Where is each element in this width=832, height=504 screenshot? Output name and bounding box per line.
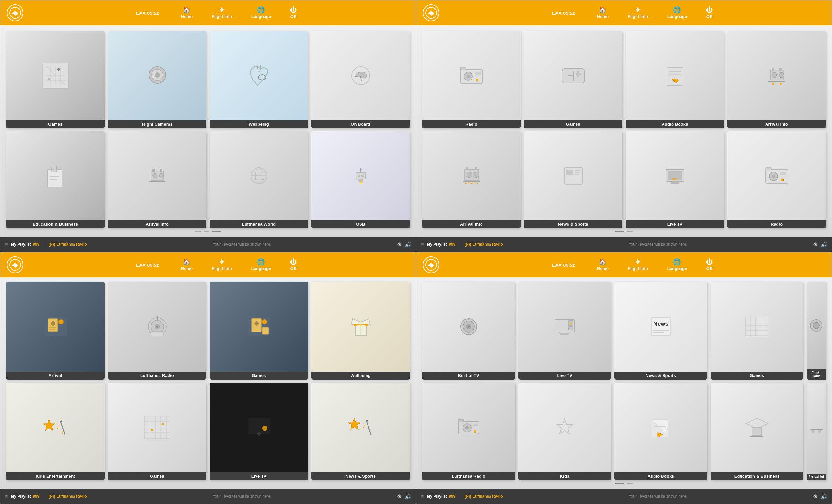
nav-flight-q4[interactable]: ✈ Flight Info bbox=[628, 259, 648, 271]
volume-icon-q3[interactable]: 🔊 bbox=[405, 494, 411, 500]
nav-off-q1[interactable]: ⏻ Off bbox=[290, 7, 296, 19]
nav-language-q1[interactable]: 🌐 Language bbox=[251, 7, 271, 19]
logo-q1[interactable] bbox=[7, 4, 23, 21]
nav-flight-label-q3: Flight Info bbox=[212, 266, 232, 271]
tile-lufthansa-world-q1[interactable]: Lufthansa World bbox=[210, 132, 308, 229]
controls-q1: ☀ 🔊 bbox=[397, 242, 411, 248]
nav-language-q2[interactable]: 🌐 Language bbox=[667, 7, 687, 19]
nav-off-q3[interactable]: ⏻ Off bbox=[290, 259, 296, 271]
tile-arrival-q3[interactable]: Arrival bbox=[6, 282, 105, 380]
playlist-q1[interactable]: My Playlist 999 bbox=[11, 242, 39, 247]
tile-arrival-q2[interactable]: Arrival Info bbox=[727, 31, 826, 128]
tile-radio2-q2[interactable]: Radio bbox=[727, 132, 826, 229]
dot-1-q2[interactable] bbox=[615, 231, 624, 232]
radio-q3[interactable]: ((•)) Lufthansa Radio bbox=[49, 494, 87, 499]
tile-edu-business-q1[interactable]: Education & Business bbox=[6, 132, 105, 229]
nav-home-q3[interactable]: 🏠 Home bbox=[181, 259, 192, 271]
tile-games2-q3[interactable]: Games bbox=[108, 383, 206, 481]
tile-news-q4[interactable]: News News & Sports bbox=[614, 282, 707, 380]
tile-livetv-q3[interactable]: Live TV bbox=[210, 383, 308, 481]
tile-arrival-partial-q4[interactable]: Arrival Inf bbox=[807, 383, 826, 481]
tile-image-flight-cameras-q1 bbox=[108, 31, 206, 120]
svg-rect-112 bbox=[262, 327, 269, 334]
dot-1-q1[interactable] bbox=[195, 231, 201, 232]
volume-icon-q2[interactable]: 🔊 bbox=[821, 242, 827, 248]
tile-games-q2[interactable]: Games bbox=[524, 31, 622, 128]
nav-home-q2[interactable]: 🏠 Home bbox=[597, 7, 608, 19]
tile-lh-radio-q4[interactable]: Lufthansa Radio bbox=[422, 383, 515, 481]
tile-label-onboard-q1: On Board bbox=[311, 120, 410, 128]
nav-home-q1[interactable]: 🏠 Home bbox=[181, 7, 192, 19]
brightness-icon-q3[interactable]: ☀ bbox=[397, 494, 401, 500]
tile-news-sports-q2[interactable]: News & Sports bbox=[524, 132, 622, 229]
nav-flight-q3[interactable]: ✈ Flight Info bbox=[212, 259, 232, 271]
nav-flight-q1[interactable]: ✈ Flight Info bbox=[212, 7, 232, 19]
tile-flight-cameras-q1[interactable]: Flight Cameras bbox=[108, 31, 206, 128]
playlist-q3[interactable]: My Playlist 999 bbox=[11, 494, 39, 499]
logo-q3[interactable] bbox=[7, 256, 23, 273]
nav-language-q4[interactable]: 🌐 Language bbox=[667, 259, 687, 271]
pagination-q2 bbox=[422, 228, 826, 234]
svg-point-10 bbox=[57, 68, 60, 71]
playlist-icon-q4: ≡ bbox=[421, 494, 424, 499]
dot-2-q4[interactable] bbox=[627, 483, 633, 484]
dot-3-q1[interactable] bbox=[212, 231, 221, 232]
logo-q4[interactable] bbox=[423, 256, 439, 273]
tile-image-usb-q1: ⚡ bbox=[311, 132, 410, 221]
tile-image-arrival-q1 bbox=[108, 132, 206, 221]
quadrant-2: LAX 09:22 🏠 Home ✈ Flight Info 🌐 Languag… bbox=[416, 0, 832, 252]
radio-q2[interactable]: ((•)) Lufthansa Radio bbox=[465, 242, 503, 247]
playlist-q4[interactable]: My Playlist 999 bbox=[427, 494, 455, 499]
svg-marker-135 bbox=[348, 418, 361, 430]
header-q1: LAX 09:22 🏠 Home ✈ Flight Info 🌐 Languag… bbox=[0, 0, 416, 25]
nav-language-q3[interactable]: 🌐 Language bbox=[251, 259, 271, 271]
dot-2-q2[interactable] bbox=[627, 231, 633, 232]
nav-flight-q2[interactable]: ✈ Flight Info bbox=[628, 7, 648, 19]
tile-audio-books-q4[interactable]: Audio Books bbox=[614, 383, 707, 481]
tile-flight-cam-partial-q4[interactable]: Flight Came bbox=[807, 282, 826, 380]
tile-games-q3[interactable]: Games bbox=[210, 282, 308, 380]
dot-2-q1[interactable] bbox=[204, 231, 209, 232]
nav-off-q4[interactable]: ⏻ Off bbox=[706, 259, 712, 271]
brightness-icon-q1[interactable]: ☀ bbox=[397, 242, 401, 248]
tile-image-edu-q1 bbox=[6, 132, 105, 221]
tile-label-partial-q4: Flight Came bbox=[807, 369, 826, 380]
tile-kids-q4[interactable]: ♪ Kids bbox=[518, 383, 612, 481]
tile-image-edu-q4 bbox=[711, 383, 804, 473]
brightness-icon-q4[interactable]: ☀ bbox=[813, 494, 817, 500]
tile-livetv-q2[interactable]: Live TV bbox=[626, 132, 724, 229]
radio-q1[interactable]: ((•)) Lufthansa Radio bbox=[49, 242, 87, 247]
svg-point-105 bbox=[156, 326, 158, 328]
tile-livetv-q4[interactable]: Live TV bbox=[518, 282, 612, 380]
nav-off-q2[interactable]: ⏻ Off bbox=[706, 7, 712, 19]
tile-wellbeing-q1[interactable]: Wellbeing bbox=[210, 31, 308, 128]
tile-image-lh-radio-q4 bbox=[422, 383, 515, 473]
tile-audiobooks-q2[interactable]: Audio Books bbox=[626, 31, 724, 128]
tile-news-sports-q3[interactable]: ♪ News & Sports bbox=[311, 383, 410, 481]
radio-wave-icon-q2: ((•)) bbox=[465, 242, 471, 247]
tile-wellbeing-q3[interactable]: Wellbeing bbox=[311, 282, 410, 380]
tile-arrival-info-q1[interactable]: Arrival Info bbox=[108, 132, 206, 229]
volume-icon-q4[interactable]: 🔊 bbox=[821, 494, 827, 500]
logo-q2[interactable] bbox=[423, 4, 439, 21]
tile-radio-q2[interactable]: Radio bbox=[422, 31, 521, 128]
dot-1-q4[interactable] bbox=[615, 483, 624, 484]
tile-edu-business-q4[interactable]: Education & Business bbox=[711, 383, 804, 481]
tile-games-q4[interactable]: Games bbox=[711, 282, 804, 380]
volume-icon-q1[interactable]: 🔊 bbox=[405, 242, 411, 248]
playlist-label-q2: My Playlist bbox=[427, 242, 447, 247]
tile-kids-q3[interactable]: ♪ ♫ Kids Entertainment bbox=[6, 383, 105, 481]
tile-label-news-q3: News & Sports bbox=[311, 472, 410, 480]
nav-home-q4[interactable]: 🏠 Home bbox=[597, 259, 608, 271]
tile-best-tv-q4[interactable]: Best of TV bbox=[422, 282, 515, 380]
playlist-q2[interactable]: My Playlist 999 bbox=[427, 242, 455, 247]
tile-games-q1[interactable]: Games bbox=[6, 31, 105, 128]
tile-arrival2-q2[interactable]: Arrival Info bbox=[422, 132, 521, 229]
radio-q4[interactable]: ((•)) Lufthansa Radio bbox=[465, 494, 503, 499]
tile-usb-q1[interactable]: ⚡ USB bbox=[311, 132, 410, 229]
brightness-icon-q2[interactable]: ☀ bbox=[813, 242, 817, 248]
tile-onboard-q1[interactable]: On Board bbox=[311, 31, 410, 128]
tile-label-usb-q1: USB bbox=[311, 220, 410, 228]
radio-label-q4: Lufthansa Radio bbox=[473, 494, 503, 499]
tile-lh-radio-q3[interactable]: Lufthansa Radio bbox=[108, 282, 206, 380]
